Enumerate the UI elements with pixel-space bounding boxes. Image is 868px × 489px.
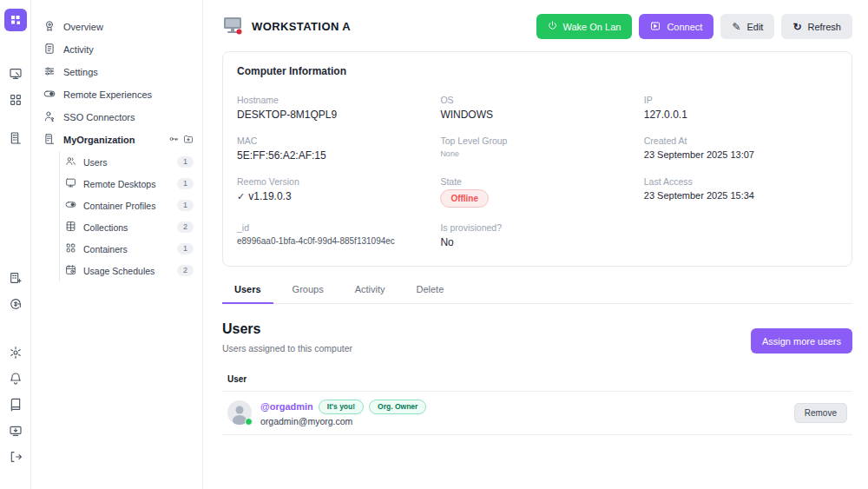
download-client-icon[interactable] [8, 423, 23, 439]
rail-bottom-group [8, 270, 23, 465]
containers-icon[interactable] [8, 92, 23, 108]
avatar [227, 400, 252, 425]
monitor-icon [65, 177, 76, 190]
power-icon [548, 21, 557, 32]
main-content: WORKSTATION A Wake On Lan Connect ✎ [203, 0, 868, 489]
field-is-provisioned: Is provisioned? No [440, 222, 643, 248]
online-status-dot [245, 418, 253, 426]
billing-sync-icon[interactable] [8, 296, 23, 312]
org-actions [168, 134, 194, 146]
count-badge: 1 [177, 200, 194, 211]
sidebar-item-overview[interactable]: Overview [42, 16, 194, 38]
key-icon[interactable] [168, 134, 179, 146]
version-check-icon: ✓ [237, 191, 245, 202]
refresh-icon: ↻ [792, 22, 801, 32]
sidebar-item-label: Container Profiles [83, 201, 155, 211]
sidebar-item-users[interactable]: Users 1 [63, 151, 194, 173]
sidebar-item-label: Usage Schedules [83, 266, 155, 276]
sidebar-item-container-profiles[interactable]: Container Profiles 1 [63, 195, 194, 216]
assign-more-users-button[interactable]: Assign more users [751, 328, 852, 354]
sidebar-item-my-organization[interactable]: MyOrganization [42, 129, 194, 151]
sidebar: Overview Activity Settings Remote Experi… [31, 0, 203, 489]
tab-delete[interactable]: Delete [404, 279, 457, 304]
grid-squares-icon [65, 242, 76, 255]
users-subtitle: Users assigned to this computer [222, 343, 352, 354]
add-organization-icon[interactable] [8, 270, 23, 286]
offline-status-badge: Offline [440, 189, 489, 208]
logout-icon[interactable] [8, 449, 23, 465]
tab-activity[interactable]: Activity [343, 279, 398, 304]
header-buttons: Wake On Lan Connect ✎ Edit ↻ Refresh [536, 14, 852, 39]
activity-icon [43, 43, 56, 56]
sidebar-item-label: Overview [63, 22, 103, 32]
connect-button[interactable]: Connect [639, 14, 713, 39]
users-icon [65, 155, 76, 169]
workstation-monitor-icon [222, 16, 243, 38]
sidebar-item-label: Collections [83, 222, 128, 233]
field-os: OS WINDOWS [440, 95, 643, 121]
remove-user-button[interactable]: Remove [794, 403, 847, 423]
sidebar-item-sso-connectors[interactable]: SSO Connectors [42, 106, 194, 129]
sidebar-item-label: Users [83, 157, 107, 168]
play-screen-icon [650, 21, 661, 33]
icon-rail [0, 0, 31, 489]
folder-plus-icon[interactable] [183, 134, 194, 146]
sidebar-item-collections[interactable]: Collections 2 [63, 216, 194, 238]
sidebar-item-label: SSO Connectors [63, 112, 135, 122]
card-title: Computer Information [237, 65, 838, 77]
field-last-access: Last Access 23 September 2025 15:34 [644, 176, 838, 208]
sidebar-item-label: Containers [83, 244, 128, 254]
sidebar-item-settings[interactable]: Settings [42, 61, 194, 83]
computer-information-card: Computer Information Hostname DESKTOP-8M… [222, 51, 852, 267]
sidebar-item-remote-desktops[interactable]: Remote Desktops 1 [63, 173, 194, 195]
field-ip: IP 127.0.0.1 [644, 95, 838, 121]
sidebar-item-label: Activity [63, 44, 94, 55]
count-badge: 1 [177, 243, 194, 254]
sidebar-item-label: MyOrganization [63, 135, 135, 145]
sidebar-item-usage-schedules[interactable]: Usage Schedules 2 [63, 260, 194, 281]
refresh-button[interactable]: ↻ Refresh [781, 14, 852, 39]
sidebar-item-activity[interactable]: Activity [42, 38, 194, 61]
field-hostname: Hostname DESKTOP-8M1QPL9 [237, 95, 440, 121]
edit-button[interactable]: ✎ Edit [720, 14, 774, 39]
users-heading: Users [222, 321, 352, 337]
info-grid: Hostname DESKTOP-8M1QPL9 OS WINDOWS IP 1… [237, 95, 838, 248]
app-root: Overview Activity Settings Remote Experi… [0, 0, 868, 489]
field-state: State Offline [440, 176, 643, 208]
calendar-clock-icon [65, 264, 76, 277]
app-logo-icon[interactable] [4, 9, 27, 31]
tab-groups[interactable]: Groups [280, 279, 336, 304]
organization-building-icon [43, 133, 56, 147]
toggle-icon [43, 88, 56, 102]
collections-icon [65, 221, 76, 234]
toggle-icon [65, 199, 76, 212]
count-badge: 2 [177, 221, 194, 233]
rail-middle-group [8, 66, 23, 108]
page-header: WORKSTATION A Wake On Lan Connect ✎ [222, 14, 852, 39]
wake-on-lan-button[interactable]: Wake On Lan [536, 14, 633, 39]
documentation-book-icon[interactable] [8, 397, 23, 413]
pencil-icon: ✎ [732, 22, 740, 32]
field-id: _id e8996aa0-1bfa-4c0f-99d4-885f131094ec [237, 222, 440, 248]
notifications-bell-icon[interactable] [8, 371, 23, 387]
sidebar-item-label: Remote Desktops [83, 179, 155, 189]
tab-bar: Users Groups Activity Delete [222, 279, 852, 304]
field-created-at: Created At 23 September 2025 13:07 [644, 135, 838, 162]
users-table: User @orgadmin It's you! Org. [222, 367, 852, 435]
sidebar-item-containers[interactable]: Containers 1 [63, 238, 194, 260]
field-reemo-version: Reemo Version ✓v1.19.0.3 [237, 176, 440, 208]
column-header-user: User [222, 367, 852, 392]
organization-icon[interactable] [8, 130, 23, 146]
org-sub-list: Users 1 Remote Desktops 1 Container Prof… [59, 151, 194, 281]
count-badge: 1 [177, 156, 194, 168]
page-title: WORKSTATION A [252, 20, 351, 33]
remote-desktop-icon[interactable] [8, 66, 23, 82]
tab-users[interactable]: Users [222, 279, 273, 304]
sidebar-item-remote-experiences[interactable]: Remote Experiences [42, 83, 194, 106]
user-key-icon [43, 110, 56, 124]
username-link[interactable]: @orgadmin [260, 401, 313, 412]
sliders-icon [43, 65, 56, 79]
settings-gear-icon[interactable] [8, 345, 23, 360]
its-you-badge: It's you! [319, 400, 364, 414]
count-badge: 2 [177, 265, 194, 276]
